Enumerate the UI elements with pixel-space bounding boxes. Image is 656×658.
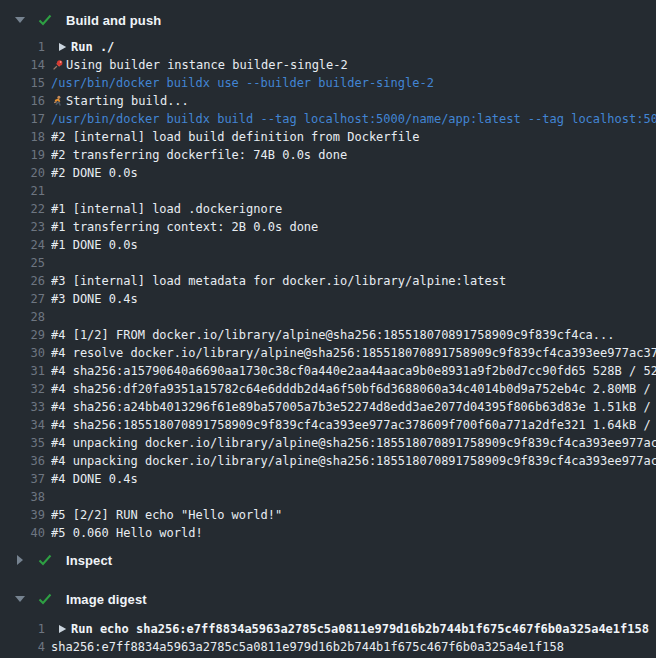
- log-line: 22 #1 [internal] load .dockerignore: [0, 200, 656, 218]
- line-number[interactable]: 39: [0, 508, 45, 522]
- log-line: 27 #3 DONE 0.4s: [0, 290, 656, 308]
- chevron-down-icon[interactable]: [14, 596, 26, 602]
- log-line: 38: [0, 488, 656, 506]
- line-text: #5 [2/2] RUN echo "Hello world!": [51, 508, 656, 522]
- line-number[interactable]: 40: [0, 526, 45, 540]
- line-number[interactable]: 4: [0, 640, 45, 654]
- line-text: #4 [1/2] FROM docker.io/library/alpine@s…: [51, 328, 656, 342]
- log-line: 26 #3 [internal] load metadata for docke…: [0, 272, 656, 290]
- line-number[interactable]: 22: [0, 202, 45, 216]
- line-number[interactable]: 1: [0, 622, 45, 636]
- line-number[interactable]: 27: [0, 292, 45, 306]
- line-number[interactable]: 26: [0, 274, 45, 288]
- line-number[interactable]: 15: [0, 76, 45, 90]
- line-text: #4 unpacking docker.io/library/alpine@sh…: [51, 454, 656, 468]
- line-text-content: #4 sha256:df20fa9351a15782c64e6dddb2d4a6…: [51, 382, 656, 396]
- line-number[interactable]: 20: [0, 166, 45, 180]
- log-line: 37 #4 DONE 0.4s: [0, 470, 656, 488]
- log-group-inspect: Inspect: [0, 548, 656, 572]
- line-text-content: /usr/bin/docker buildx build --tag local…: [51, 112, 656, 126]
- line-text-content: sha256:e7ff8834a5963a2785c5a0811e979d16b…: [51, 640, 564, 654]
- line-number[interactable]: 33: [0, 400, 45, 414]
- success-check-icon: [38, 14, 54, 26]
- chevron-right-icon[interactable]: [14, 555, 26, 565]
- line-text-content: #2 transferring dockerfile: 74B 0.0s don…: [51, 148, 347, 162]
- success-check-icon: [38, 554, 54, 566]
- line-number[interactable]: 32: [0, 382, 45, 396]
- line-number[interactable]: 25: [0, 256, 45, 270]
- section-header-inspect[interactable]: Inspect: [0, 548, 656, 572]
- section-header-image-digest[interactable]: Image digest: [0, 587, 656, 611]
- line-text-content: #4 DONE 0.4s: [51, 472, 138, 486]
- line-text-content: Using builder instance builder-single-2: [66, 58, 348, 72]
- runner-icon: [51, 95, 64, 108]
- log-line: 16 Starting build...: [0, 92, 656, 110]
- line-text: #3 DONE 0.4s: [51, 292, 656, 306]
- line-number[interactable]: 35: [0, 436, 45, 450]
- log-line: 34 #4 sha256:185518070891758909c9f839cf4…: [0, 416, 656, 434]
- log-line: 23 #1 transferring context: 2B 0.0s done: [0, 218, 656, 236]
- line-number[interactable]: 31: [0, 364, 45, 378]
- log-line: 19 #2 transferring dockerfile: 74B 0.0s …: [0, 146, 656, 164]
- line-text: #4 resolve docker.io/library/alpine@sha2…: [51, 346, 656, 360]
- line-number[interactable]: 30: [0, 346, 45, 360]
- line-text-content: #5 [2/2] RUN echo "Hello world!": [51, 508, 282, 522]
- log-line: 18 #2 [internal] load build definition f…: [0, 128, 656, 146]
- log-lines: 1 Run ./ 14 Using builder instance build…: [0, 38, 656, 542]
- line-text: #4 DONE 0.4s: [51, 472, 656, 486]
- log-line: 33 #4 sha256:a24bb4013296f61e89ba57005a7…: [0, 398, 656, 416]
- line-text: /usr/bin/docker buildx use --builder bui…: [51, 76, 656, 90]
- line-text-content: #5 0.060 Hello world!: [51, 526, 203, 540]
- line-number[interactable]: 38: [0, 490, 45, 504]
- chevron-down-icon[interactable]: [14, 17, 26, 23]
- log-line: 4 sha256:e7ff8834a5963a2785c5a0811e979d1…: [0, 638, 656, 656]
- line-number[interactable]: 14: [0, 58, 45, 72]
- log-line: 32 #4 sha256:df20fa9351a15782c64e6dddb2d…: [0, 380, 656, 398]
- line-text: #2 DONE 0.0s: [51, 166, 656, 180]
- line-number[interactable]: 19: [0, 148, 45, 162]
- line-text: #4 sha256:df20fa9351a15782c64e6dddb2d4a6…: [51, 382, 656, 396]
- line-text-content: #2 [internal] load build definition from…: [51, 130, 419, 144]
- log-line: 40 #5 0.060 Hello world!: [0, 524, 656, 542]
- line-number[interactable]: 29: [0, 328, 45, 342]
- line-text: #4 sha256:a15790640a6690aa1730c38cf0a440…: [51, 364, 656, 378]
- line-number[interactable]: 23: [0, 220, 45, 234]
- line-text-content: #4 sha256:a15790640a6690aa1730c38cf0a440…: [51, 364, 656, 378]
- section-title: Image digest: [66, 592, 147, 607]
- line-text: #4 sha256:185518070891758909c9f839cf4ca3…: [51, 418, 656, 432]
- section-header-build-and-push[interactable]: Build and push: [0, 8, 656, 32]
- log-line: 36 #4 unpacking docker.io/library/alpine…: [0, 452, 656, 470]
- line-number[interactable]: 37: [0, 472, 45, 486]
- log-line: 1 Run ./: [0, 38, 656, 56]
- line-text: #4 sha256:a24bb4013296f61e89ba57005a7b3e…: [51, 400, 656, 414]
- log-group-image-digest: Image digest 1 Run echo sha256:e7ff8834a…: [0, 587, 656, 656]
- log-line: 29 #4 [1/2] FROM docker.io/library/alpin…: [0, 326, 656, 344]
- line-text: #2 [internal] load build definition from…: [51, 130, 656, 144]
- line-text-content: #4 sha256:a24bb4013296f61e89ba57005a7b3e…: [51, 400, 656, 414]
- line-text-content: /usr/bin/docker buildx use --builder bui…: [51, 76, 434, 90]
- line-number[interactable]: 17: [0, 112, 45, 126]
- line-number[interactable]: 1: [0, 40, 45, 54]
- line-number[interactable]: 21: [0, 184, 45, 198]
- line-text-content: Run ./: [71, 40, 114, 54]
- log-line: 1 Run echo sha256:e7ff8834a5963a2785c5a0…: [0, 620, 656, 638]
- play-icon[interactable]: [58, 624, 67, 634]
- play-icon[interactable]: [58, 42, 67, 52]
- line-number[interactable]: 16: [0, 94, 45, 108]
- log-line: 24 #1 DONE 0.0s: [0, 236, 656, 254]
- line-text: #5 0.060 Hello world!: [51, 526, 656, 540]
- line-text: /usr/bin/docker buildx build --tag local…: [51, 112, 656, 126]
- line-number[interactable]: 24: [0, 238, 45, 252]
- line-number[interactable]: 18: [0, 130, 45, 144]
- line-text: #1 DONE 0.0s: [51, 238, 656, 252]
- line-number[interactable]: 34: [0, 418, 45, 432]
- log-line: 31 #4 sha256:a15790640a6690aa1730c38cf0a…: [0, 362, 656, 380]
- line-text-content: Run echo sha256:e7ff8834a5963a2785c5a081…: [71, 622, 649, 636]
- actions-log-viewer: Build and push 1 Run ./ 14 Using builder…: [0, 0, 656, 658]
- log-group-build-and-push: Build and push 1 Run ./ 14 Using builder…: [0, 8, 656, 542]
- line-number[interactable]: 36: [0, 454, 45, 468]
- section-title: Inspect: [66, 553, 112, 568]
- line-number[interactable]: 28: [0, 310, 45, 324]
- success-check-icon: [38, 593, 54, 605]
- log-line: 21: [0, 182, 656, 200]
